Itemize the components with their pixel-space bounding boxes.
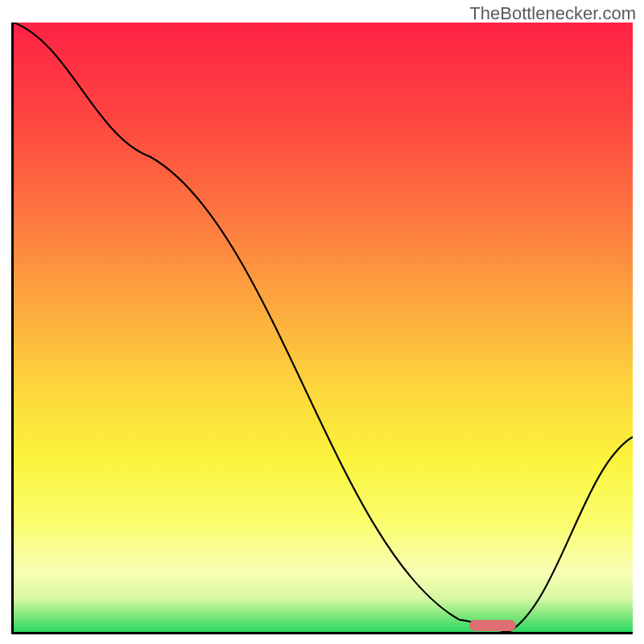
chart-curve [14, 23, 633, 632]
plot-area [11, 23, 633, 634]
watermark-text: TheBottlenecker.com [469, 3, 636, 24]
optimal-range-marker [469, 620, 516, 631]
